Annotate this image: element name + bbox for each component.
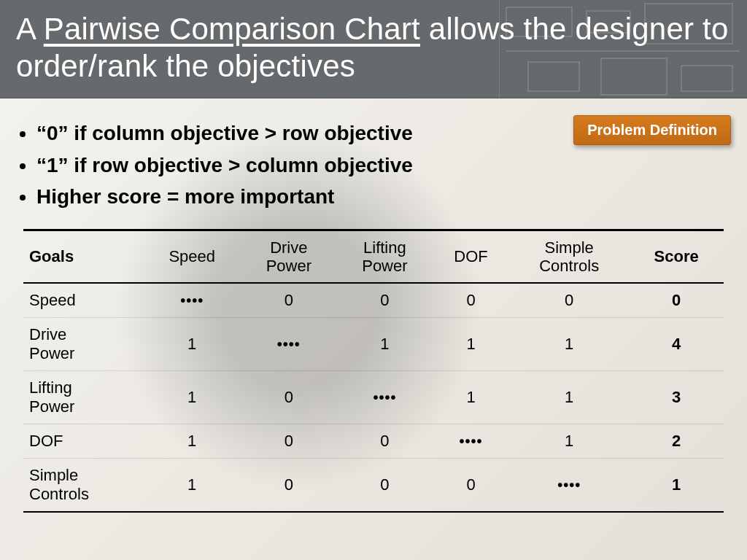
row-label: Speed — [23, 283, 143, 318]
table-cell: 1 — [509, 371, 629, 424]
table-cell: 0 — [509, 283, 629, 318]
row-score: 4 — [629, 318, 724, 371]
title-underlined: Pairwise Comparison Chart — [44, 12, 420, 46]
table-cell: 0 — [241, 459, 337, 513]
col-speed: Speed — [143, 230, 241, 283]
row-label: DrivePower — [23, 318, 143, 371]
col-lifting: LiftingPower — [337, 230, 433, 283]
row-score: 3 — [629, 371, 724, 424]
title-bar: A Pairwise Comparison Chart allows the d… — [0, 0, 747, 98]
pairwise-comparison-table: Goals Speed DrivePower LiftingPower DOF … — [23, 229, 724, 513]
col-simple: SimpleControls — [509, 230, 629, 283]
row-label: SimpleControls — [23, 459, 143, 513]
table-cell: •••• — [143, 283, 241, 318]
table-cell: 1 — [143, 424, 241, 459]
slide-title: A Pairwise Comparison Chart allows the d… — [16, 10, 731, 85]
table-cell: 1 — [433, 318, 509, 371]
table-body: Speed••••00000DrivePower1••••1114Lifting… — [23, 283, 724, 512]
row-label: LiftingPower — [23, 371, 143, 424]
col-score: Score — [629, 230, 724, 283]
table-row: SimpleControls1000••••1 — [23, 459, 724, 513]
col-goals: Goals — [23, 230, 143, 283]
rule-item: Higher score = more important — [36, 181, 724, 212]
title-pre: A — [16, 12, 44, 46]
table-cell: 0 — [337, 459, 433, 513]
col-drive: DrivePower — [241, 230, 337, 283]
problem-definition-badge: Problem Definition — [573, 115, 731, 145]
table-row: LiftingPower10••••113 — [23, 371, 724, 424]
table-cell: 0 — [433, 283, 509, 318]
table-cell: 0 — [337, 424, 433, 459]
table-cell: 0 — [241, 371, 337, 424]
table-header-row: Goals Speed DrivePower LiftingPower DOF … — [23, 230, 724, 283]
table-cell: 0 — [337, 283, 433, 318]
table-cell: 0 — [241, 283, 337, 318]
table-cell: •••• — [509, 459, 629, 513]
row-score: 2 — [629, 424, 724, 459]
content-area: “0” if column objective > row objective … — [0, 98, 747, 513]
table-cell: 0 — [241, 424, 337, 459]
table-cell: •••• — [433, 424, 509, 459]
table-cell: 1 — [143, 318, 241, 371]
table-row: DrivePower1••••1114 — [23, 318, 724, 371]
table-row: Speed••••00000 — [23, 283, 724, 318]
table-cell: •••• — [337, 371, 433, 424]
row-score: 1 — [629, 459, 724, 513]
rule-item: “1” if row objective > column objective — [36, 149, 724, 181]
table-cell: 1 — [509, 318, 629, 371]
table-cell: •••• — [241, 318, 337, 371]
table-cell: 1 — [143, 459, 241, 513]
table-cell: 0 — [433, 459, 509, 513]
table-cell: 1 — [143, 371, 241, 424]
table-row: DOF100••••12 — [23, 424, 724, 459]
row-score: 0 — [629, 283, 724, 318]
row-label: DOF — [23, 424, 143, 459]
table-cell: 1 — [433, 371, 509, 424]
table-cell: 1 — [509, 424, 629, 459]
col-dof: DOF — [433, 230, 509, 283]
table-cell: 1 — [337, 318, 433, 371]
